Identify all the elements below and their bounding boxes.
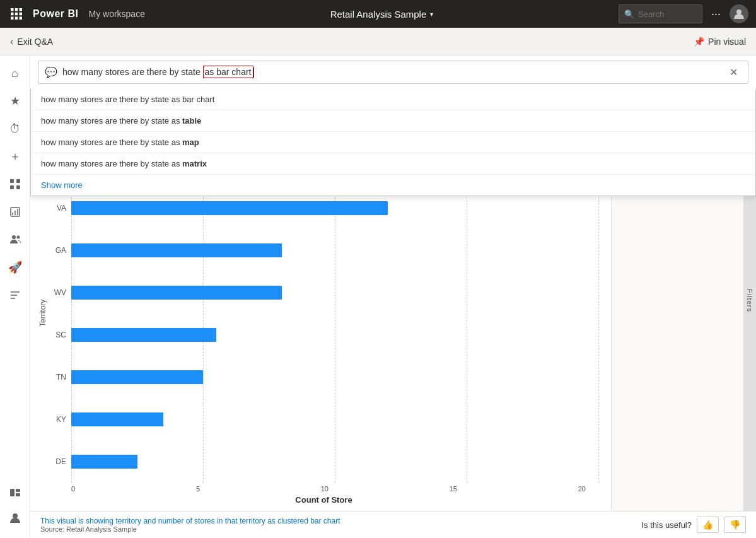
sidebar-item-workspaces[interactable] <box>3 480 28 505</box>
back-arrow-icon: ‹ <box>10 36 13 47</box>
pin-visual-button[interactable]: 📌 Pin visual <box>694 37 746 47</box>
bottom-info-bar: This visual is showing territory and num… <box>30 511 756 538</box>
bar-de[interactable] <box>71 455 137 469</box>
state-label-sc: SC <box>49 331 66 339</box>
bottom-description-text: This visual is showing territory and num… <box>40 517 340 525</box>
svg-rect-11 <box>16 179 20 183</box>
sidebar-item-apps[interactable] <box>3 172 28 197</box>
x-tick-5: 5 <box>196 485 200 493</box>
sidebar-item-learn[interactable]: 🚀 <box>3 255 28 280</box>
bar-wv[interactable] <box>71 286 282 300</box>
nav-center: Retail Analysis Sample ▾ <box>150 9 614 20</box>
qa-input-text: how many stores are there by state as ba… <box>62 67 726 78</box>
svg-point-23 <box>13 513 18 518</box>
qa-text-before: how many stores are there by state <box>62 67 203 77</box>
svg-rect-13 <box>16 185 20 189</box>
search-box[interactable]: 🔍 <box>619 4 702 23</box>
bar-row[interactable] <box>71 283 598 303</box>
pin-visual-label: Pin visual <box>708 37 746 47</box>
bar-tn[interactable] <box>71 370 203 384</box>
x-tick-10: 10 <box>321 485 329 493</box>
bar-row[interactable] <box>71 198 598 218</box>
chevron-down-icon: ▾ <box>430 11 433 18</box>
exit-qa-label: Exit Q&A <box>17 37 53 47</box>
sidebar-item-home[interactable]: ⌂ <box>3 61 28 86</box>
bottom-description: This visual is showing territory and num… <box>40 517 340 533</box>
bar-row[interactable] <box>71 240 598 260</box>
search-input[interactable] <box>638 9 695 19</box>
x-tick-20: 20 <box>578 485 586 493</box>
bar-va[interactable] <box>71 201 388 215</box>
bottom-source-text: Source: Retail Analysis Sample <box>40 525 340 533</box>
state-label-ky: KY <box>49 416 66 423</box>
x-axis: 0 5 10 15 20 <box>71 482 586 493</box>
qa-suggestion-3[interactable]: how many stores are there by state as ma… <box>31 153 755 175</box>
qa-suggestion-1[interactable]: how many stores are there by state as ta… <box>31 110 755 132</box>
report-title[interactable]: Retail Analysis Sample ▾ <box>330 9 434 20</box>
qa-show-more-link[interactable]: Show more <box>31 175 755 196</box>
exit-qa-button[interactable]: ‹ Exit Q&A <box>10 36 53 47</box>
svg-point-19 <box>16 236 20 239</box>
x-tick-0: 0 <box>71 485 75 493</box>
grid-menu-icon[interactable] <box>8 5 25 23</box>
qa-clear-button[interactable]: ✕ <box>726 65 741 79</box>
state-label-wv: WV <box>49 289 66 296</box>
state-label-de: DE <box>49 458 66 465</box>
svg-rect-5 <box>20 13 23 16</box>
svg-rect-12 <box>10 185 14 189</box>
report-title-text: Retail Analysis Sample <box>330 9 427 20</box>
svg-rect-8 <box>20 17 23 20</box>
svg-rect-22 <box>16 493 20 496</box>
svg-rect-3 <box>11 13 14 16</box>
thumbs-down-button[interactable]: 👎 <box>724 517 746 533</box>
svg-point-18 <box>12 235 16 239</box>
qa-bubble-icon: 💬 <box>45 66 57 78</box>
feedback-label: Is this useful? <box>642 520 692 530</box>
search-icon: 🔍 <box>624 9 634 19</box>
more-options-button[interactable]: ··· <box>707 5 724 23</box>
qa-suggestion-2[interactable]: how many stores are there by state as ma… <box>31 132 755 153</box>
sidebar-item-create[interactable]: ＋ <box>3 144 28 169</box>
sidebar-item-account[interactable] <box>3 505 28 530</box>
svg-rect-6 <box>11 17 14 20</box>
state-label-ga: GA <box>49 247 66 254</box>
sidebar-item-browse[interactable] <box>3 283 28 308</box>
x-axis-title: Count of Store <box>49 495 598 505</box>
bar-row[interactable] <box>71 367 598 387</box>
qa-input-wrapper[interactable]: 💬 how many stores are there by state as … <box>38 61 748 84</box>
user-avatar[interactable] <box>730 4 748 23</box>
qa-area: 💬 how many stores are there by state as … <box>30 56 756 90</box>
workspace-link[interactable]: My workspace <box>88 9 144 19</box>
state-label-tn: TN <box>49 373 66 381</box>
thumbs-up-button[interactable]: 👍 <box>697 517 719 533</box>
pin-icon: 📌 <box>694 37 704 47</box>
filter-panel-tab-label: Filters <box>746 289 753 312</box>
qa-text-highlighted: as bar chart <box>203 66 253 78</box>
qa-suggestions-dropdown: how many stores are there by state as ba… <box>30 89 756 196</box>
sidebar-item-metrics[interactable] <box>3 199 28 225</box>
bar-row[interactable] <box>71 325 598 345</box>
sidebar-item-recents[interactable]: ⏱ <box>3 116 28 141</box>
svg-rect-1 <box>15 8 18 11</box>
sidebar-item-favorites[interactable]: ★ <box>3 88 28 114</box>
x-tick-15: 15 <box>450 485 457 493</box>
main-layout: ⌂ ★ ⏱ ＋ 🚀 💬 <box>0 56 756 538</box>
svg-rect-10 <box>10 179 14 183</box>
feedback-area: Is this useful? 👍 👎 <box>642 517 747 533</box>
bar-ga[interactable] <box>71 243 282 257</box>
sidebar: ⌂ ★ ⏱ ＋ 🚀 <box>0 56 30 538</box>
svg-rect-2 <box>20 8 23 11</box>
bar-ky[interactable] <box>71 412 163 426</box>
qa-cursor <box>253 67 254 78</box>
state-label-va: VA <box>49 204 66 212</box>
app-logo: Power BI <box>33 8 78 20</box>
svg-rect-21 <box>16 489 20 492</box>
secondary-toolbar: ‹ Exit Q&A 📌 Pin visual <box>0 28 756 56</box>
bar-row[interactable] <box>71 409 598 430</box>
bar-row[interactable] <box>71 452 598 472</box>
sidebar-item-members[interactable] <box>3 227 28 252</box>
svg-point-9 <box>736 9 741 15</box>
svg-rect-20 <box>10 489 15 496</box>
qa-suggestion-0[interactable]: how many stores are there by state as ba… <box>31 89 755 110</box>
bar-sc[interactable] <box>71 328 216 342</box>
